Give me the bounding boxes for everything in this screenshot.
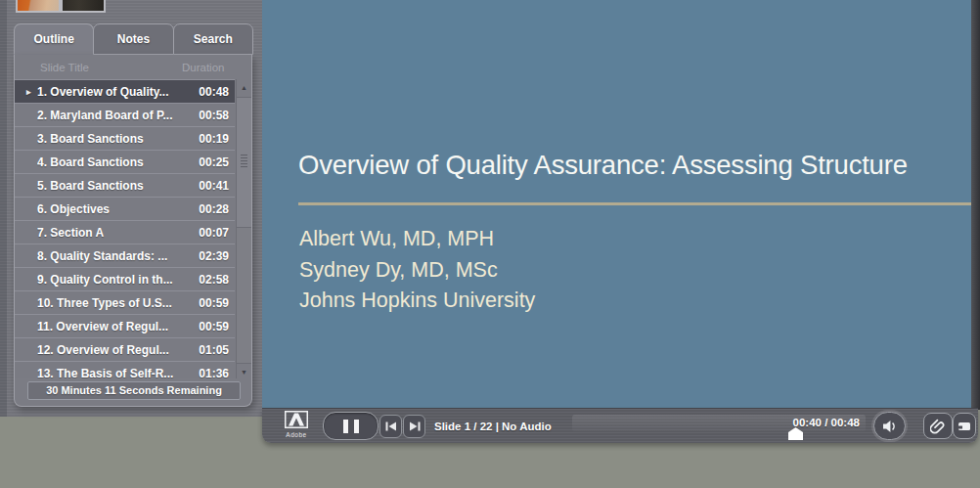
previous-icon	[385, 421, 397, 431]
slide-list-item-current[interactable]: ▸ 1. Overview of Quality... 00:48	[15, 79, 235, 103]
slide-item-title: 10. Three Types of U.S...	[37, 296, 190, 310]
sidebar-toggle-button[interactable]	[953, 413, 976, 439]
outline-body: Slide Title Duration ▸ 1. Overview of Qu…	[14, 55, 252, 407]
current-slide-marker-icon: ▸	[26, 87, 37, 97]
slide-list-item[interactable]: 3. Board Sanctions 00:19	[15, 126, 235, 150]
slide-item-duration: 00:48	[190, 85, 229, 99]
presenter-photo-2	[61, 0, 106, 13]
author-line-2: Sydney Dy, MD, MSc	[299, 255, 535, 287]
slide-list-item[interactable]: 6. Objectives 00:28	[15, 197, 235, 220]
window-left-shade	[0, 0, 7, 417]
slide-list-item[interactable]: 12. Overview of Regul... 01:05	[15, 337, 235, 361]
slide-item-title: 9. Quality Control in th...	[37, 273, 190, 287]
adobe-logo-icon	[285, 411, 308, 428]
slide-list-item[interactable]: 9. Quality Control in th... 02:58	[15, 267, 235, 290]
author-line-3: Johns Hopkins University	[299, 286, 535, 317]
volume-button[interactable]	[873, 412, 906, 440]
slide-item-title: 5. Board Sanctions	[37, 179, 190, 193]
slide-item-duration: 01:05	[190, 343, 229, 357]
presenter-window: Outline Notes Search Slide Title Duratio…	[0, 0, 980, 488]
slide-divider-line	[298, 202, 971, 205]
slide-item-title: 6. Objectives	[37, 202, 190, 216]
adobe-logo-text: Adobe	[279, 431, 314, 438]
slide-list-item[interactable]: 8. Quality Standards: ... 02:39	[15, 244, 235, 267]
tab-search[interactable]: Search	[173, 23, 253, 55]
list-column-headers: Slide Title Duration	[15, 55, 251, 79]
slide-item-duration: 01:36	[190, 367, 229, 379]
slide-item-title: 12. Overview of Regul...	[37, 343, 190, 357]
adobe-logo: Adobe	[279, 411, 314, 443]
pause-icon	[354, 420, 359, 433]
slide-item-duration: 00:59	[190, 296, 229, 310]
slide-list-item[interactable]: 7. Section A 00:07	[15, 220, 235, 244]
slide-item-title: 2. Maryland Board of P...	[37, 109, 190, 122]
slide-area: Overview of Quality Assurance: Assessing…	[262, 0, 971, 408]
slide-item-title: 1. Overview of Quality...	[37, 85, 190, 99]
next-icon	[409, 421, 421, 431]
sidebar: Outline Notes Search Slide Title Duratio…	[0, 0, 262, 417]
slide-list-item[interactable]: 11. Overview of Regul... 00:59	[15, 314, 235, 337]
slide-item-title: 3. Board Sanctions	[37, 132, 190, 146]
slide-item-title: 13. The Basis of Self-R...	[37, 367, 190, 379]
scrollbar[interactable]: ▲ ▼	[236, 79, 251, 378]
tab-notes[interactable]: Notes	[93, 23, 173, 55]
slide-list-item[interactable]: 5. Board Sanctions 00:41	[15, 173, 235, 197]
time-remaining-status: 30 Minutes 11 Seconds Remaining	[27, 381, 241, 400]
slide-item-duration: 00:59	[190, 320, 229, 333]
slide-item-duration: 00:58	[190, 109, 229, 122]
next-slide-button[interactable]	[403, 415, 425, 438]
slide-item-duration: 02:58	[190, 273, 229, 287]
author-line-1: Albert Wu, MD, MPH	[299, 224, 535, 255]
slide-authors: Albert Wu, MD, MPH Sydney Dy, MD, MSc Jo…	[299, 224, 535, 317]
slide-item-title: 8. Quality Standards: ...	[37, 249, 190, 263]
scroll-down-icon[interactable]: ▼	[237, 363, 251, 378]
slide-item-duration: 00:19	[190, 132, 229, 146]
slide-list: ▸ 1. Overview of Quality... 00:48 2. Mar…	[15, 79, 251, 378]
slide-title: Overview of Quality Assurance: Assessing…	[298, 150, 908, 181]
slide-list-item[interactable]: 10. Three Types of U.S... 00:59	[15, 290, 235, 314]
pause-icon	[343, 420, 348, 433]
paperclip-icon	[930, 419, 946, 434]
sidebar-tabs: Outline Notes Search	[14, 23, 252, 55]
slide-item-duration: 02:39	[190, 249, 229, 263]
time-display: 00:40 / 00:48	[793, 417, 860, 428]
seek-bar[interactable]: 00:40 / 00:48	[572, 415, 866, 431]
scrollbar-grip	[241, 155, 247, 167]
scroll-up-icon[interactable]: ▲	[237, 79, 251, 98]
slide-item-title: 11. Overview of Regul...	[37, 320, 190, 333]
slide-item-duration: 00:28	[190, 202, 229, 216]
slide-list-item[interactable]: 4. Board Sanctions 00:25	[15, 150, 235, 173]
slide-item-title: 7. Section A	[37, 226, 190, 240]
slide-status-text: Slide 1 / 22 | No Audio	[434, 409, 552, 444]
outline-panel: Outline Notes Search Slide Title Duratio…	[14, 23, 252, 407]
slide-item-duration: 00:25	[190, 155, 229, 169]
pause-button[interactable]	[323, 412, 379, 440]
presenter-photo-1	[16, 0, 61, 13]
scrollbar-thumb[interactable]	[237, 98, 251, 228]
previous-slide-button[interactable]	[379, 415, 402, 438]
slide-list-item[interactable]: 2. Maryland Board of P... 00:58	[15, 103, 235, 126]
speaker-icon	[881, 420, 899, 433]
slide-item-duration: 00:41	[190, 179, 229, 193]
column-header-slide-title: Slide Title	[40, 62, 89, 73]
slide-item-duration: 00:07	[190, 226, 229, 240]
layout-toggle-icon	[958, 421, 971, 432]
window-right-edge	[971, 0, 980, 410]
slide-list-item[interactable]: 13. The Basis of Self-R... 01:36	[15, 361, 235, 378]
column-header-duration: Duration	[182, 62, 224, 73]
attachments-button[interactable]	[923, 413, 953, 439]
playback-controls: Adobe Slide 1 / 22 | No Audio 00:40 / 00…	[262, 408, 978, 443]
tab-outline[interactable]: Outline	[14, 23, 94, 55]
slide-item-title: 4. Board Sanctions	[37, 155, 190, 169]
